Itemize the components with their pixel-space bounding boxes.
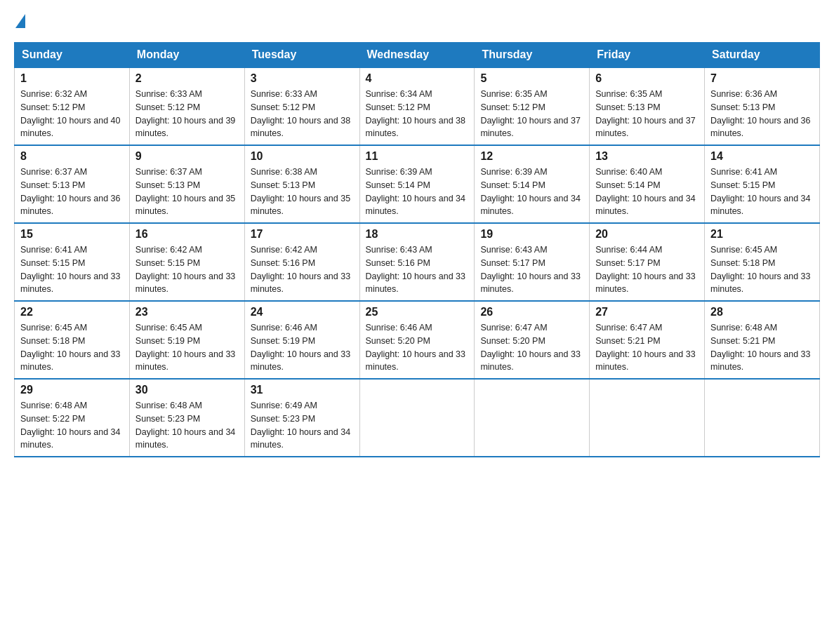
- day-number: 11: [366, 150, 469, 163]
- calendar-day: 18 Sunrise: 6:43 AMSunset: 5:16 PMDaylig…: [359, 223, 475, 301]
- calendar-day: 13 Sunrise: 6:40 AMSunset: 5:14 PMDaylig…: [590, 145, 705, 223]
- calendar-week-5: 29 Sunrise: 6:48 AMSunset: 5:22 PMDaylig…: [15, 379, 820, 457]
- day-header-thursday: Thursday: [475, 43, 590, 68]
- day-number: 24: [251, 306, 354, 318]
- calendar-day: 12 Sunrise: 6:39 AMSunset: 5:14 PMDaylig…: [475, 145, 590, 223]
- calendar-day: 17 Sunrise: 6:42 AMSunset: 5:16 PMDaylig…: [244, 223, 359, 301]
- day-number: 6: [595, 72, 699, 85]
- day-header-saturday: Saturday: [705, 43, 820, 68]
- day-detail: Sunrise: 6:48 AMSunset: 5:22 PMDaylight:…: [20, 401, 120, 450]
- calendar-day: 28 Sunrise: 6:48 AMSunset: 5:21 PMDaylig…: [705, 301, 820, 379]
- day-detail: Sunrise: 6:35 AMSunset: 5:12 PMDaylight:…: [480, 89, 580, 138]
- day-detail: Sunrise: 6:49 AMSunset: 5:23 PMDaylight:…: [251, 401, 350, 450]
- calendar-day: 27 Sunrise: 6:47 AMSunset: 5:21 PMDaylig…: [590, 301, 705, 379]
- calendar-day: 9 Sunrise: 6:37 AMSunset: 5:13 PMDayligh…: [129, 145, 244, 223]
- day-detail: Sunrise: 6:43 AMSunset: 5:16 PMDaylight:…: [366, 245, 465, 294]
- day-detail: Sunrise: 6:39 AMSunset: 5:14 PMDaylight:…: [480, 167, 580, 216]
- page-header: [14, 14, 820, 28]
- day-detail: Sunrise: 6:46 AMSunset: 5:20 PMDaylight:…: [366, 323, 465, 372]
- calendar-day: 19 Sunrise: 6:43 AMSunset: 5:17 PMDaylig…: [475, 223, 590, 301]
- calendar-day: [590, 379, 705, 457]
- day-number: 7: [710, 72, 814, 85]
- logo: [14, 14, 27, 28]
- calendar-day: 14 Sunrise: 6:41 AMSunset: 5:15 PMDaylig…: [705, 145, 820, 223]
- calendar-week-4: 22 Sunrise: 6:45 AMSunset: 5:18 PMDaylig…: [15, 301, 820, 379]
- day-number: 16: [135, 228, 239, 241]
- calendar-day: 4 Sunrise: 6:34 AMSunset: 5:12 PMDayligh…: [359, 67, 475, 145]
- day-detail: Sunrise: 6:45 AMSunset: 5:19 PMDaylight:…: [135, 323, 235, 372]
- day-header-tuesday: Tuesday: [244, 43, 359, 68]
- day-number: 2: [135, 72, 239, 85]
- calendar-day: 2 Sunrise: 6:33 AMSunset: 5:12 PMDayligh…: [129, 67, 244, 145]
- day-number: 10: [251, 150, 354, 163]
- calendar-day: 8 Sunrise: 6:37 AMSunset: 5:13 PMDayligh…: [15, 145, 130, 223]
- day-detail: Sunrise: 6:44 AMSunset: 5:17 PMDaylight:…: [595, 245, 695, 294]
- calendar-week-3: 15 Sunrise: 6:41 AMSunset: 5:15 PMDaylig…: [15, 223, 820, 301]
- day-detail: Sunrise: 6:33 AMSunset: 5:12 PMDaylight:…: [135, 89, 235, 138]
- day-number: 30: [135, 384, 239, 396]
- calendar-day: 10 Sunrise: 6:38 AMSunset: 5:13 PMDaylig…: [244, 145, 359, 223]
- day-detail: Sunrise: 6:45 AMSunset: 5:18 PMDaylight:…: [710, 245, 810, 294]
- day-detail: Sunrise: 6:36 AMSunset: 5:13 PMDaylight:…: [710, 89, 810, 138]
- day-detail: Sunrise: 6:34 AMSunset: 5:12 PMDaylight:…: [366, 89, 465, 138]
- calendar-day: 15 Sunrise: 6:41 AMSunset: 5:15 PMDaylig…: [15, 223, 130, 301]
- day-number: 14: [710, 150, 814, 163]
- day-header-monday: Monday: [129, 43, 244, 68]
- calendar-day: 24 Sunrise: 6:46 AMSunset: 5:19 PMDaylig…: [244, 301, 359, 379]
- day-number: 8: [20, 150, 124, 163]
- calendar-day: 16 Sunrise: 6:42 AMSunset: 5:15 PMDaylig…: [129, 223, 244, 301]
- calendar-day: [359, 379, 475, 457]
- calendar-day: 6 Sunrise: 6:35 AMSunset: 5:13 PMDayligh…: [590, 67, 705, 145]
- calendar-day: 29 Sunrise: 6:48 AMSunset: 5:22 PMDaylig…: [15, 379, 130, 457]
- day-detail: Sunrise: 6:37 AMSunset: 5:13 PMDaylight:…: [135, 167, 235, 216]
- day-number: 3: [251, 72, 354, 85]
- day-number: 18: [366, 228, 469, 241]
- day-number: 19: [480, 228, 583, 241]
- day-detail: Sunrise: 6:48 AMSunset: 5:23 PMDaylight:…: [135, 401, 235, 450]
- day-detail: Sunrise: 6:39 AMSunset: 5:14 PMDaylight:…: [366, 167, 465, 216]
- day-number: 1: [20, 72, 124, 85]
- calendar-day: 20 Sunrise: 6:44 AMSunset: 5:17 PMDaylig…: [590, 223, 705, 301]
- day-number: 4: [366, 72, 469, 85]
- day-detail: Sunrise: 6:33 AMSunset: 5:12 PMDaylight:…: [251, 89, 350, 138]
- calendar-week-1: 1 Sunrise: 6:32 AMSunset: 5:12 PMDayligh…: [15, 67, 820, 145]
- day-detail: Sunrise: 6:42 AMSunset: 5:15 PMDaylight:…: [135, 245, 235, 294]
- calendar-day: 3 Sunrise: 6:33 AMSunset: 5:12 PMDayligh…: [244, 67, 359, 145]
- day-number: 23: [135, 306, 239, 318]
- day-detail: Sunrise: 6:41 AMSunset: 5:15 PMDaylight:…: [710, 167, 810, 216]
- day-detail: Sunrise: 6:35 AMSunset: 5:13 PMDaylight:…: [595, 89, 695, 138]
- day-number: 25: [366, 306, 469, 318]
- logo-triangle-icon: [15, 14, 25, 28]
- calendar-day: 21 Sunrise: 6:45 AMSunset: 5:18 PMDaylig…: [705, 223, 820, 301]
- day-detail: Sunrise: 6:46 AMSunset: 5:19 PMDaylight:…: [251, 323, 350, 372]
- day-header-wednesday: Wednesday: [359, 43, 475, 68]
- day-detail: Sunrise: 6:48 AMSunset: 5:21 PMDaylight:…: [710, 323, 810, 372]
- calendar-day: [475, 379, 590, 457]
- day-detail: Sunrise: 6:43 AMSunset: 5:17 PMDaylight:…: [480, 245, 580, 294]
- calendar-day: 11 Sunrise: 6:39 AMSunset: 5:14 PMDaylig…: [359, 145, 475, 223]
- calendar-table: SundayMondayTuesdayWednesdayThursdayFrid…: [14, 42, 820, 457]
- day-number: 26: [480, 306, 583, 318]
- day-detail: Sunrise: 6:41 AMSunset: 5:15 PMDaylight:…: [20, 245, 120, 294]
- calendar-day: 25 Sunrise: 6:46 AMSunset: 5:20 PMDaylig…: [359, 301, 475, 379]
- calendar-day: 1 Sunrise: 6:32 AMSunset: 5:12 PMDayligh…: [15, 67, 130, 145]
- day-detail: Sunrise: 6:47 AMSunset: 5:21 PMDaylight:…: [595, 323, 695, 372]
- calendar-day: 31 Sunrise: 6:49 AMSunset: 5:23 PMDaylig…: [244, 379, 359, 457]
- day-header-sunday: Sunday: [15, 43, 130, 68]
- calendar-day: 7 Sunrise: 6:36 AMSunset: 5:13 PMDayligh…: [705, 67, 820, 145]
- calendar-day: 30 Sunrise: 6:48 AMSunset: 5:23 PMDaylig…: [129, 379, 244, 457]
- calendar-body: 1 Sunrise: 6:32 AMSunset: 5:12 PMDayligh…: [15, 67, 820, 457]
- calendar-header: SundayMondayTuesdayWednesdayThursdayFrid…: [15, 43, 820, 68]
- day-detail: Sunrise: 6:37 AMSunset: 5:13 PMDaylight:…: [20, 167, 120, 216]
- day-number: 28: [710, 306, 814, 318]
- calendar-day: 22 Sunrise: 6:45 AMSunset: 5:18 PMDaylig…: [15, 301, 130, 379]
- day-detail: Sunrise: 6:42 AMSunset: 5:16 PMDaylight:…: [251, 245, 350, 294]
- calendar-day: [705, 379, 820, 457]
- day-detail: Sunrise: 6:47 AMSunset: 5:20 PMDaylight:…: [480, 323, 580, 372]
- day-number: 13: [595, 150, 699, 163]
- day-number: 9: [135, 150, 239, 163]
- day-detail: Sunrise: 6:32 AMSunset: 5:12 PMDaylight:…: [20, 89, 120, 138]
- day-number: 31: [251, 384, 354, 396]
- day-number: 20: [595, 228, 699, 241]
- day-header-friday: Friday: [590, 43, 705, 68]
